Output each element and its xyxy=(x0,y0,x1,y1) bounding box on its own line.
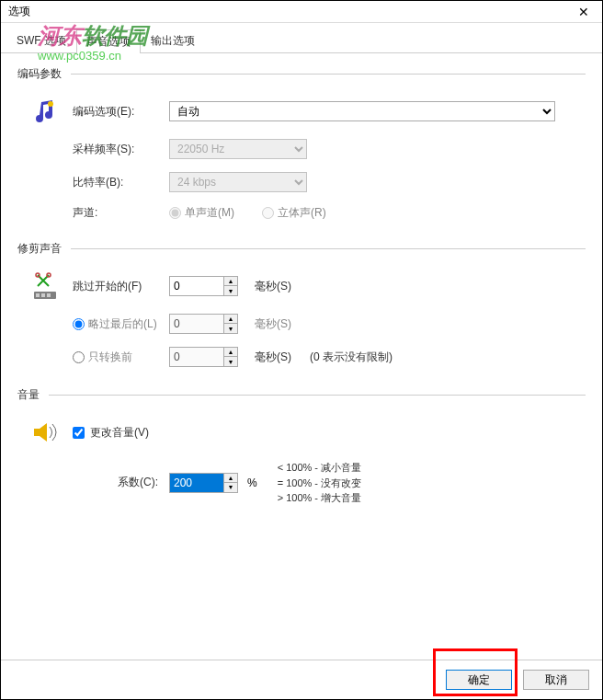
spin-up: ▲ xyxy=(224,348,237,357)
tab-sound[interactable]: 声音选项 xyxy=(76,29,141,53)
encoding-option-label: 编码选项(E): xyxy=(73,104,169,120)
unit-ms: 毫秒(S) xyxy=(255,350,291,365)
music-note-icon xyxy=(30,97,60,126)
tab-output[interactable]: 输出选项 xyxy=(141,29,205,52)
divider xyxy=(71,248,586,249)
spin-down[interactable]: ▼ xyxy=(224,286,237,295)
encoding-option-select[interactable]: 自动 xyxy=(169,101,555,121)
spin-down: ▼ xyxy=(224,357,237,366)
coefficient-input[interactable] xyxy=(169,473,224,493)
titlebar: 选项 ✕ xyxy=(1,1,602,23)
stereo-radio: 立体声(R) xyxy=(262,205,326,221)
svg-rect-2 xyxy=(36,293,40,297)
section-trim-title: 修剪声音 xyxy=(17,241,62,257)
bitrate-select: 24 kbps xyxy=(169,172,307,192)
spin-down: ▼ xyxy=(224,324,237,333)
change-volume-checkbox[interactable]: 更改音量(V) xyxy=(73,425,169,441)
divider xyxy=(49,395,586,396)
convert-only-input xyxy=(169,347,224,367)
sample-rate-select: 22050 Hz xyxy=(169,139,307,159)
tab-bar: SWF 选项 声音选项 输出选项 xyxy=(1,25,602,53)
unit-ms: 毫秒(S) xyxy=(255,316,291,332)
close-button[interactable]: ✕ xyxy=(565,2,602,22)
sample-rate-label: 采样频率(S): xyxy=(73,142,169,157)
window-title: 选项 xyxy=(8,4,30,19)
speaker-icon xyxy=(30,418,60,447)
spin-up[interactable]: ▲ xyxy=(224,277,237,286)
svg-rect-3 xyxy=(41,293,45,297)
spin-up[interactable]: ▲ xyxy=(224,474,237,483)
spin-up: ▲ xyxy=(224,315,237,324)
skip-start-label: 跳过开始的(F) xyxy=(73,279,169,294)
limit-hint: (0 表示没有限制) xyxy=(310,350,393,365)
channel-label: 声道: xyxy=(73,205,169,221)
tab-swf[interactable]: SWF 选项 xyxy=(6,29,76,52)
spin-down[interactable]: ▼ xyxy=(224,483,237,492)
bitrate-label: 比特率(B): xyxy=(73,175,169,190)
skip-end-radio[interactable]: 略过最后的(L) xyxy=(73,316,169,332)
coefficient-label: 系数(C): xyxy=(73,475,169,490)
skip-end-input xyxy=(169,314,224,334)
mono-radio: 单声道(M) xyxy=(169,205,234,221)
convert-only-radio[interactable]: 只转换前 xyxy=(73,350,169,365)
cancel-button[interactable]: 取消 xyxy=(523,670,589,690)
dialog-footer: 确定 取消 xyxy=(1,660,602,699)
section-encoding-title: 编码参数 xyxy=(17,66,62,82)
divider xyxy=(71,74,586,75)
volume-hint: < 100% - 减小音量 = 100% - 没有改变 > 100% - 增大音… xyxy=(278,460,361,506)
percent-label: % xyxy=(247,476,257,489)
unit-ms: 毫秒(S) xyxy=(255,279,291,294)
skip-start-input[interactable] xyxy=(169,276,224,296)
scissors-icon xyxy=(30,271,60,301)
section-volume-title: 音量 xyxy=(17,387,40,403)
svg-rect-4 xyxy=(47,293,51,297)
ok-button[interactable]: 确定 xyxy=(446,670,512,690)
svg-point-0 xyxy=(48,101,53,107)
